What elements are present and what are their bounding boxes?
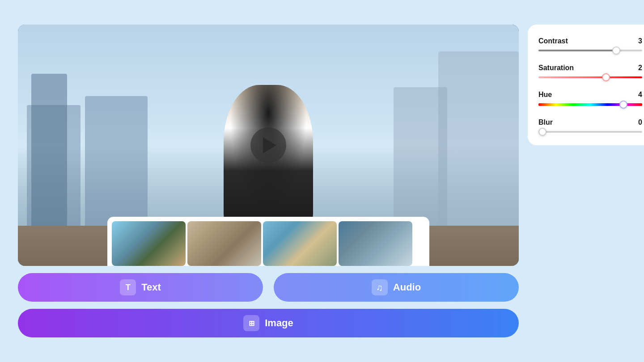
blur-header: Blur 0 [538,118,642,126]
hue-header: Hue 4 [538,91,642,99]
blur-thumb[interactable] [538,128,547,136]
saturation-group: Saturation 2 [538,64,642,78]
action-buttons-row: T Text ♫ Audio [18,273,519,302]
saturation-track[interactable] [538,76,642,78]
hue-label: Hue [538,91,552,99]
saturation-thumb[interactable] [602,73,610,81]
audio-button[interactable]: ♫ Audio [274,273,519,302]
saturation-header: Saturation 2 [538,64,642,72]
play-button[interactable] [250,127,286,163]
contrast-value: 3 [638,37,642,45]
text-button[interactable]: T Text [18,273,263,302]
blur-group: Blur 0 [538,118,642,133]
left-section: T Text ♫ Audio ⊞ Image [18,25,519,337]
blur-value: 0 [638,118,642,126]
hue-track[interactable] [538,103,642,106]
image-button-row: ⊞ Image [18,309,519,337]
image-icon: ⊞ [243,315,259,331]
main-container: T Text ♫ Audio ⊞ Image [18,25,626,337]
right-panel: Contrast 3 Saturation 2 Hue 4 [528,25,644,145]
filmstrip-thumb-2[interactable] [187,221,261,266]
filmstrip-thumb-1[interactable] [112,221,186,266]
hue-value: 4 [638,91,642,99]
text-icon: T [120,279,136,295]
audio-button-label: Audio [393,282,421,293]
blur-label: Blur [538,118,553,126]
image-button-label: Image [265,317,293,329]
video-wrapper [18,25,519,266]
filmstrip-thumb-3[interactable] [263,221,337,266]
contrast-track[interactable] [538,50,642,51]
text-button-label: Text [141,282,161,293]
contrast-label: Contrast [538,37,568,45]
play-icon [263,137,276,153]
contrast-thumb[interactable] [612,46,620,55]
hue-group: Hue 4 [538,91,642,106]
audio-icon: ♫ [372,279,388,295]
contrast-fill [538,50,616,51]
video-preview [18,25,519,266]
image-button[interactable]: ⊞ Image [18,309,519,337]
saturation-value: 2 [638,64,642,72]
saturation-label: Saturation [538,64,574,72]
blur-track[interactable] [538,131,642,133]
filmstrip-thumb-4[interactable] [339,221,412,266]
filmstrip [107,217,429,266]
hue-thumb[interactable] [619,101,627,109]
contrast-header: Contrast 3 [538,37,642,45]
contrast-group: Contrast 3 [538,37,642,51]
